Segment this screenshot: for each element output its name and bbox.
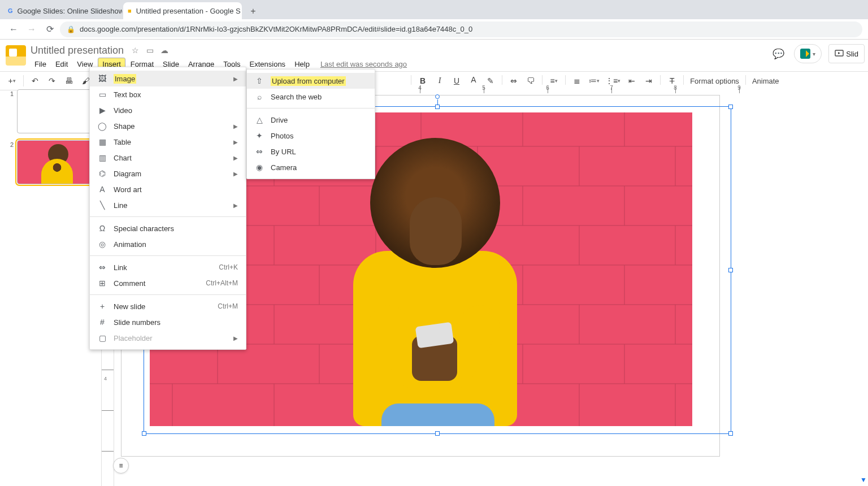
resize-handle[interactable] — [728, 105, 733, 109]
meet-button[interactable]: ▾ — [794, 44, 822, 63]
menu-help[interactable]: Help — [290, 58, 314, 70]
ruler-mark: 4 — [104, 376, 107, 381]
resize-handle[interactable] — [435, 431, 440, 436]
submenu-arrow-icon: ▶ — [233, 202, 238, 209]
resize-handle[interactable] — [435, 105, 440, 109]
menu-item-text-box[interactable]: ▭Text box — [90, 86, 246, 102]
shortcut-label: Ctrl+K — [219, 263, 238, 271]
shortcut-label: Ctrl+Alt+M — [206, 279, 238, 287]
menu-item-label: Special characters — [114, 224, 238, 233]
resize-handle[interactable] — [728, 431, 733, 436]
submenu-arrow-icon: ▶ — [233, 155, 238, 161]
placeholder-icon: ▢ — [97, 333, 108, 342]
menu-item-comment[interactable]: ⊞CommentCtrl+Alt+M — [90, 275, 246, 291]
menu-item-photos[interactable]: ✦Photos — [247, 128, 375, 144]
menu-item-label: Link — [114, 263, 207, 272]
filmstrip: 1 2 — [0, 85, 102, 486]
forward-button[interactable]: → — [24, 21, 40, 37]
submenu-arrow-icon: ▶ — [233, 123, 238, 129]
menu-file[interactable]: File — [31, 58, 50, 70]
insert-menu: 🖼Image▶▭Text box▶Video◯Shape▶▦Table▶▥Cha… — [89, 67, 246, 350]
menu-item-label: Diagram — [114, 170, 222, 178]
menu-item-label: Search the web — [271, 93, 367, 101]
menu-item-special-characters[interactable]: ΩSpecial characters — [90, 220, 246, 236]
menu-item-video[interactable]: ▶Video — [90, 102, 246, 118]
menu-item-label: Placeholder — [114, 334, 222, 342]
menu-item-word-art[interactable]: AWord art — [90, 181, 246, 197]
slide-thumb-2[interactable] — [17, 140, 96, 184]
star-icon[interactable]: ☆ — [129, 45, 141, 56]
browser-toolbar: ← → ⟳ 🔒 docs.google.com/presentation/d/1… — [0, 19, 868, 40]
browser-tab-0[interactable]: G Google Slides: Online Slideshow ✕ — [3, 2, 122, 19]
menu-item-label: Drive — [271, 116, 367, 124]
submenu-arrow-icon: ▶ — [233, 139, 238, 145]
shape-icon: ◯ — [97, 122, 108, 131]
rotate-handle[interactable] — [435, 94, 440, 99]
menu-item-line[interactable]: ╲Line▶ — [90, 197, 246, 213]
thumb-number: 1 — [5, 89, 14, 97]
menu-item-upload-from-computer[interactable]: ⇧Upload from computer — [247, 73, 375, 89]
ruler-mark: 7 — [610, 85, 613, 91]
menu-item-animation[interactable]: ◎Animation — [90, 236, 246, 252]
ruler-mark: 5 — [482, 85, 485, 91]
menu-item-slide-numbers[interactable]: #Slide numbers — [90, 314, 246, 330]
menu-extensions[interactable]: Extensions — [246, 58, 290, 70]
menu-item-table[interactable]: ▦Table▶ — [90, 134, 246, 150]
thumb-number: 2 — [5, 140, 14, 148]
comments-icon[interactable]: 💬 — [769, 45, 787, 63]
move-icon[interactable]: ▭ — [144, 45, 155, 56]
browser-tabstrip: G Google Slides: Online Slideshow ✕ ■ Un… — [0, 0, 868, 19]
text-box-icon: ▭ — [97, 90, 108, 99]
menu-item-label: Table — [114, 138, 222, 146]
menu-item-by-url[interactable]: ⇔By URL — [247, 144, 375, 159]
speaker-notes-toggle[interactable]: ≡ — [113, 458, 129, 474]
drive-icon: △ — [254, 115, 265, 124]
menu-item-new-slide[interactable]: +New slideCtrl+M — [90, 298, 246, 314]
address-bar[interactable]: 🔒 docs.google.com/presentation/d/1RNrMki… — [60, 21, 862, 37]
by-url-icon: ⇔ — [254, 147, 265, 156]
last-edit-link[interactable]: Last edit was seconds ago — [320, 60, 407, 68]
menu-item-label: Video — [114, 106, 238, 115]
table-icon: ▦ — [97, 137, 108, 146]
upload-from-computer-icon: ⇧ — [254, 76, 265, 85]
diagram-icon: ⌬ — [97, 169, 108, 178]
menu-item-link[interactable]: ⇔LinkCtrl+K — [90, 259, 246, 275]
menu-item-search-the-web[interactable]: ⌕Search the web — [247, 89, 375, 105]
menu-item-label: By URL — [271, 147, 367, 156]
tab-title: Untitled presentation - Google S — [136, 7, 241, 15]
menu-item-label: Animation — [114, 240, 238, 249]
menu-item-image[interactable]: 🖼Image▶ — [90, 71, 246, 86]
menu-item-label: Photos — [271, 132, 367, 140]
menu-item-diagram[interactable]: ⌬Diagram▶ — [90, 166, 246, 181]
resize-handle[interactable] — [142, 431, 146, 436]
menu-item-shape[interactable]: ◯Shape▶ — [90, 118, 246, 134]
slide-thumb-1[interactable] — [17, 89, 96, 133]
menu-edit[interactable]: Edit — [51, 58, 72, 70]
ruler-mark: 9 — [737, 85, 741, 91]
menu-item-label: Word art — [114, 185, 238, 194]
menu-item-drive[interactable]: △Drive — [247, 112, 375, 128]
line-icon: ╲ — [97, 201, 108, 210]
chart-icon: ▥ — [97, 153, 108, 162]
menu-item-label: New slide — [114, 302, 206, 311]
back-button[interactable]: ← — [6, 21, 21, 37]
cloud-icon[interactable]: ☁ — [159, 45, 170, 56]
format-options-button[interactable]: Format options — [687, 77, 743, 85]
menu-item-label: Shape — [114, 122, 222, 131]
slide-numbers-icon: # — [97, 318, 108, 327]
present-button[interactable]: Slid — [828, 44, 865, 63]
scroll-down-icon[interactable]: ▼ — [860, 476, 867, 484]
shortcut-label: Ctrl+M — [218, 302, 238, 310]
resize-handle[interactable] — [728, 268, 733, 272]
video-icon: ▶ — [97, 106, 108, 115]
menu-item-label: Chart — [114, 154, 222, 162]
menu-item-chart[interactable]: ▥Chart▶ — [90, 150, 246, 166]
reload-button[interactable]: ⟳ — [42, 21, 58, 37]
slides-logo-icon[interactable] — [6, 45, 26, 66]
animate-button[interactable]: Animate — [749, 77, 783, 85]
new-tab-button[interactable]: + — [245, 3, 261, 19]
menu-item-camera[interactable]: ◉Camera — [247, 159, 375, 175]
ruler-mark: 8 — [674, 85, 677, 91]
browser-tab-1[interactable]: ■ Untitled presentation - Google S ✕ — [123, 2, 242, 19]
doc-title[interactable]: Untitled presentation — [31, 45, 124, 57]
